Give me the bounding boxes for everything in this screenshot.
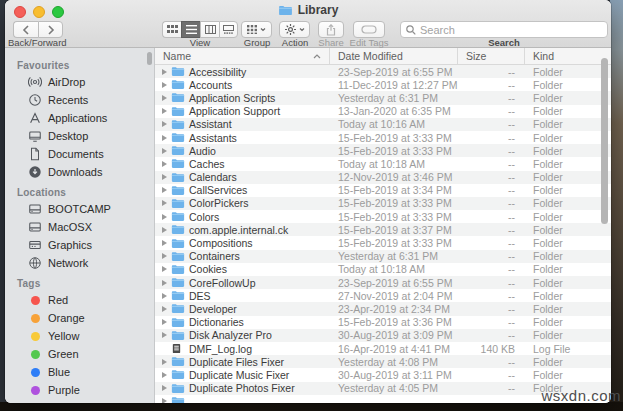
disclosure-triangle-icon[interactable] xyxy=(162,266,167,272)
disclosure-triangle-icon[interactable] xyxy=(162,108,167,114)
file-size: 140 KB xyxy=(458,343,525,355)
group-button[interactable] xyxy=(241,21,272,38)
disclosure-triangle-icon[interactable] xyxy=(162,69,167,75)
disclosure-triangle-icon[interactable] xyxy=(162,346,167,352)
disclosure-triangle-icon[interactable] xyxy=(162,332,167,338)
table-row[interactable]: Application ScriptsYesterday at 6:31 PM-… xyxy=(155,91,611,104)
sidebar-section-title: Locations xyxy=(17,187,154,198)
column-header-date-modified[interactable]: Date Modified xyxy=(330,48,458,64)
disclosure-triangle-icon[interactable] xyxy=(162,398,167,403)
sidebar-item-downloads[interactable]: Downloads xyxy=(5,163,154,181)
sidebar-section-title: Favourites xyxy=(17,60,154,71)
disclosure-triangle-icon[interactable] xyxy=(162,187,167,193)
disclosure-triangle-icon[interactable] xyxy=(162,82,167,88)
share-button[interactable] xyxy=(318,21,344,38)
sidebar-item-bootcamp[interactable]: BOOTCAMP xyxy=(5,200,154,218)
table-row[interactable]: Assistants15-Feb-2019 at 3:33 PM--Folder xyxy=(155,131,611,144)
sidebar-item-network[interactable]: Network xyxy=(5,254,154,272)
table-row[interactable]: AssistantToday at 10:16 AM--Folder xyxy=(155,118,611,131)
disclosure-triangle-icon[interactable] xyxy=(162,214,167,220)
table-row[interactable]: DES27-Nov-2019 at 2:04 PM--Folder xyxy=(155,289,611,302)
disclosure-triangle-icon[interactable] xyxy=(162,280,167,286)
table-row[interactable]: ColorPickers15-Feb-2019 at 3:33 PM--Fold… xyxy=(155,197,611,210)
table-row[interactable]: Duplicate Music Fixer30-Aug-2019 at 3:11… xyxy=(155,368,611,381)
disclosure-triangle-icon[interactable] xyxy=(162,306,167,312)
column-header-size[interactable]: Size xyxy=(458,48,525,64)
sidebar-item-applications[interactable]: Applications xyxy=(5,109,154,127)
table-row[interactable]: Accessibility23-Sep-2019 at 6:55 PM--Fol… xyxy=(155,65,611,78)
disclosure-triangle-icon[interactable] xyxy=(162,174,167,180)
table-row[interactable]: Colors15-Feb-2019 at 3:33 PM--Folder xyxy=(155,210,611,223)
table-row[interactable]: Compositions15-Feb-2019 at 3:33 PM--Fold… xyxy=(155,236,611,249)
sort-ascending-icon xyxy=(313,54,321,59)
column-header-name[interactable]: Name xyxy=(155,48,330,64)
watermark: wsxdn.com xyxy=(541,387,621,404)
sidebar-item-blue[interactable]: Blue xyxy=(5,363,154,381)
disclosure-triangle-icon[interactable] xyxy=(162,385,167,391)
vertical-scrollbar[interactable] xyxy=(601,58,608,224)
disclosure-triangle-icon[interactable] xyxy=(162,95,167,101)
disclosure-triangle-icon[interactable] xyxy=(162,359,167,365)
disclosure-triangle-icon[interactable] xyxy=(162,240,167,246)
sidebar-item-green[interactable]: Green xyxy=(5,345,154,363)
action-button[interactable] xyxy=(279,21,310,38)
table-row[interactable]: Duplicate Files FixerYesterday at 4:08 P… xyxy=(155,355,611,368)
disclosure-triangle-icon[interactable] xyxy=(162,227,167,233)
column-header-kind[interactable]: Kind xyxy=(525,48,611,64)
sidebar-scrollbar[interactable] xyxy=(147,52,152,65)
file-date-modified: 11-Dec-2019 at 12:27 PM xyxy=(330,79,458,91)
sidebar-item-airdrop[interactable]: AirDrop xyxy=(5,73,154,91)
table-row[interactable]: com.apple.internal.ck15-Feb-2019 at 3:37… xyxy=(155,223,611,236)
table-row[interactable]: CookiesToday at 10:18 AM--Folder xyxy=(155,263,611,276)
disclosure-triangle-icon[interactable] xyxy=(162,253,167,259)
table-row[interactable]: CoreFollowUp23-Sep-2019 at 6:55 PM--Fold… xyxy=(155,276,611,289)
table-row[interactable]: Application Support13-Jan-2020 at 6:35 P… xyxy=(155,105,611,118)
table-row[interactable]: Accounts11-Dec-2019 at 12:27 PM--Folder xyxy=(155,78,611,91)
sidebar-item-orange[interactable]: Orange xyxy=(5,309,154,327)
sidebar-item-yellow[interactable]: Yellow xyxy=(5,327,154,345)
sidebar-item-label: Network xyxy=(48,257,88,269)
table-row[interactable]: CachesToday at 10:18 AM--Folder xyxy=(155,157,611,170)
table-row[interactable]: Dictionaries15-Feb-2019 at 3:36 PM--Fold… xyxy=(155,316,611,329)
folder-icon xyxy=(171,172,185,183)
disclosure-triangle-icon[interactable] xyxy=(162,200,167,206)
search-label: Search xyxy=(488,37,520,48)
forward-button[interactable] xyxy=(38,21,63,38)
disclosure-triangle-icon[interactable] xyxy=(162,161,167,167)
disclosure-triangle-icon[interactable] xyxy=(162,372,167,378)
disclosure-triangle-icon[interactable] xyxy=(162,121,167,127)
file-size: -- xyxy=(458,66,525,78)
disclosure-triangle-icon[interactable] xyxy=(162,135,167,141)
disclosure-triangle-icon[interactable] xyxy=(162,148,167,154)
folder-icon xyxy=(171,396,185,403)
disclosure-triangle-icon[interactable] xyxy=(162,293,167,299)
sidebar-item-red[interactable]: Red xyxy=(5,291,154,309)
table-row[interactable]: CallServices15-Feb-2019 at 3:34 PM--Fold… xyxy=(155,184,611,197)
tag-icon xyxy=(28,293,42,307)
back-button[interactable] xyxy=(13,21,38,38)
icon-view-button[interactable] xyxy=(162,21,181,38)
table-row[interactable]: Calendars12-Nov-2019 at 3:46 PM--Folder xyxy=(155,171,611,184)
search-field[interactable] xyxy=(400,21,608,38)
sidebar-item-documents[interactable]: Documents xyxy=(5,145,154,163)
file-kind: Folder xyxy=(525,224,611,236)
sidebar-item-macosx[interactable]: MacOSX xyxy=(5,218,154,236)
sidebar-item-label: BOOTCAMP xyxy=(48,203,111,215)
table-row[interactable]: Developer23-Apr-2019 at 2:34 PM--Folder xyxy=(155,302,611,315)
table-row[interactable]: ContainersYesterday at 6:31 PM--Folder xyxy=(155,250,611,263)
disclosure-triangle-icon[interactable] xyxy=(162,319,167,325)
sidebar-item-purple[interactable]: Purple xyxy=(5,381,154,399)
search-input[interactable] xyxy=(420,24,602,36)
table-row[interactable]: Disk Analyzer Pro30-Aug-2019 at 3:09 PM-… xyxy=(155,329,611,342)
sidebar-item-desktop[interactable]: Desktop xyxy=(5,127,154,145)
edit-tags-button[interactable] xyxy=(353,21,385,38)
table-row[interactable]: DMF_Log.log16-Apr-2019 at 4:41 PM140 KBL… xyxy=(155,342,611,355)
file-list: Name Date Modified Size Kind Accessibili… xyxy=(155,48,611,403)
table-row[interactable]: Audio15-Feb-2019 at 3:33 PM--Folder xyxy=(155,144,611,157)
sidebar-item-recents[interactable]: Recents xyxy=(5,91,154,109)
file-date-modified: 30-Aug-2019 at 3:11 PM xyxy=(330,369,458,381)
column-view-button[interactable] xyxy=(200,21,219,38)
gallery-view-button[interactable] xyxy=(219,21,238,38)
sidebar-item-graphics[interactable]: Graphics xyxy=(5,236,154,254)
list-view-button[interactable] xyxy=(181,21,200,38)
